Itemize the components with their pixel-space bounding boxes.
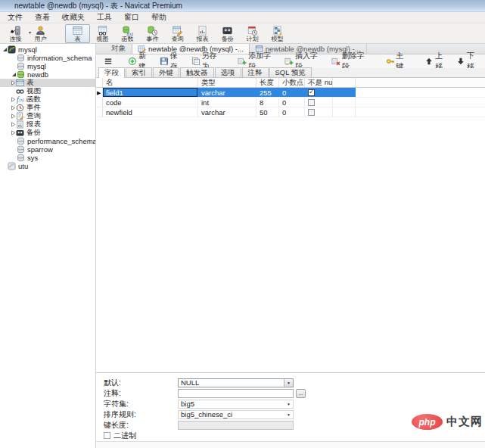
comment-input[interactable] — [178, 389, 294, 398]
sidebar-item-mysql[interactable]: mysql — [0, 45, 95, 54]
table-row-code[interactable]: codeint80 — [96, 98, 485, 107]
sidebar-item-视图[interactable]: 视图 — [0, 87, 95, 95]
binary-checkbox[interactable] — [104, 432, 110, 439]
toolbar-button-1[interactable]: 用户 — [28, 24, 53, 43]
cell-name[interactable]: field1 — [103, 88, 198, 97]
cell-length[interactable]: 50 — [256, 107, 279, 117]
menu-item-0[interactable]: 文件 — [2, 11, 29, 23]
toolbar-button-3[interactable]: 视图 — [90, 24, 115, 43]
menu-item-3[interactable]: 工具 — [91, 11, 118, 23]
designer-tab-bar: 字段索引外键触发器选项注释SQL 预览 — [96, 68, 485, 78]
cell-type[interactable]: varchar — [198, 88, 256, 97]
sidebar-item-备份[interactable]: 备份 — [0, 129, 95, 137]
sidebar-item-information_schema[interactable]: information_schema — [0, 54, 95, 62]
cell-length[interactable]: 8 — [256, 98, 279, 107]
not-null-checkbox[interactable] — [305, 107, 333, 117]
window-title: newtable @newdb (mysql) - 表 - Navicat Pr… — [14, 1, 182, 11]
tree-expanded-icon[interactable] — [11, 72, 17, 77]
sidebar-item-newdb[interactable]: newdb — [0, 70, 95, 79]
designer-menu-button[interactable] — [101, 56, 117, 67]
cell-extra — [333, 98, 356, 107]
title-bar: newtable @newdb (mysql) - 表 - Navicat Pr… — [0, 0, 485, 12]
toolbar-button-7[interactable]: 报表 — [190, 24, 215, 43]
toolbar-button-2[interactable]: 表 — [65, 24, 90, 43]
sidebar-item-函数[interactable]: f(x)函数 — [0, 95, 95, 104]
tree-expanded-icon[interactable] — [2, 47, 8, 52]
toolbar-button-6[interactable]: 查询 — [165, 24, 190, 43]
database-open-icon — [17, 70, 25, 79]
cell-decimals[interactable]: 0 — [279, 88, 305, 97]
tree-collapsed-icon[interactable] — [10, 130, 16, 135]
designer-button-删除字段[interactable]: 删除字段 — [328, 56, 375, 67]
menu-item-1[interactable]: 查看 — [29, 11, 56, 23]
toolbar-button-8[interactable]: 备份 — [215, 24, 240, 43]
checkbox-icon — [308, 109, 315, 116]
doc-tab-0[interactable]: 对象 — [105, 44, 132, 54]
cell-type[interactable]: int — [198, 98, 256, 107]
toolbar-button-10[interactable]: 模型 — [265, 24, 290, 43]
chevron-down-icon[interactable]: ▼ — [284, 379, 293, 387]
tree-collapsed-icon[interactable] — [10, 114, 16, 119]
backups-icon — [16, 129, 24, 137]
tab-字段[interactable]: 字段 — [98, 67, 125, 78]
tree-collapsed-icon[interactable] — [10, 122, 16, 127]
sidebar-item-事件[interactable]: 事件 — [0, 104, 95, 112]
sidebar-item-表[interactable]: 表 — [0, 79, 95, 87]
menu-item-2[interactable]: 收藏夹 — [56, 11, 91, 23]
not-null-checkbox[interactable]: ✓ — [305, 88, 333, 97]
designer-button-另存为[interactable]: 另存为 — [188, 56, 228, 67]
sidebar-item-utu[interactable]: utu — [0, 162, 95, 170]
menu-item-4[interactable]: 窗口 — [118, 11, 145, 23]
not-null-checkbox[interactable] — [305, 98, 333, 107]
table-row-field1[interactable]: ▶field1varchar2550✓ — [96, 88, 485, 98]
designer-button-插入字段[interactable]: 插入字段 — [281, 56, 328, 67]
tab-外键[interactable]: 外键 — [153, 67, 179, 77]
cell-name[interactable]: newfield — [103, 107, 198, 117]
toolbar-button-5[interactable]: 事件 — [140, 24, 165, 43]
toolbar-button-4[interactable]: f(x)函数 — [115, 24, 140, 43]
cell-decimals[interactable]: 0 — [279, 98, 305, 107]
designer-button-上移[interactable]: 上移 — [421, 56, 453, 67]
tab-索引[interactable]: 索引 — [126, 67, 152, 77]
column-header-3[interactable]: 小数点 — [279, 78, 305, 87]
designer-button-主键[interactable]: 主键 — [383, 56, 415, 67]
sidebar-item-label: mysql — [27, 62, 46, 70]
cell-decimals[interactable]: 0 — [279, 107, 305, 117]
sidebar-item-sparrow[interactable]: sparrow — [0, 145, 95, 154]
toolbar-button-0[interactable]: 连接▾ — [3, 24, 28, 43]
charset-combo[interactable]: big5 ▼ — [178, 400, 294, 409]
tab-选项[interactable]: 选项 — [215, 67, 241, 77]
cell-name[interactable]: code — [103, 98, 198, 107]
tab-触发器[interactable]: 触发器 — [180, 67, 214, 77]
column-header-4[interactable]: 不是 null — [305, 78, 333, 87]
views-icon — [16, 87, 24, 95]
cell-type[interactable]: varchar — [198, 107, 256, 117]
cell-length[interactable]: 255 — [256, 88, 279, 97]
sidebar-item-mysql[interactable]: mysql — [0, 62, 95, 70]
database-icon — [17, 154, 25, 162]
designer-button-保存[interactable]: 保存 — [157, 56, 188, 67]
comment-ellipsis-button[interactable]: ... — [296, 389, 306, 398]
designer-button-添加字段[interactable]: 添加字段 — [235, 56, 281, 67]
sidebar-item-报表[interactable]: 报表 — [0, 120, 95, 129]
collation-combo[interactable]: big5_chinese_ci ▼ — [178, 410, 294, 419]
tab-SQL 预览[interactable]: SQL 预览 — [269, 67, 312, 77]
queries-icon — [16, 112, 24, 120]
tree-collapsed-icon[interactable] — [10, 80, 16, 86]
sidebar-item-查询[interactable]: 查询 — [0, 112, 95, 120]
toolbar-button-9[interactable]: 计划 — [240, 24, 265, 43]
column-header-0[interactable]: 名 — [103, 78, 198, 87]
default-combo[interactable]: NULL ▼ — [178, 378, 294, 387]
menu-item-5[interactable]: 帮助 — [145, 11, 173, 23]
column-header-2[interactable]: 长度 — [256, 78, 279, 87]
column-header-1[interactable]: 类型 — [198, 78, 256, 87]
tree-collapsed-icon[interactable] — [10, 105, 16, 110]
tab-注释[interactable]: 注释 — [242, 67, 269, 77]
designer-button-新建[interactable]: 新建 — [125, 56, 157, 67]
tree-collapsed-icon[interactable] — [10, 97, 16, 102]
sidebar-item-sys[interactable]: sys — [0, 154, 95, 162]
sidebar-item-performance_schema[interactable]: performance_schema — [0, 137, 95, 145]
designer-button-下移[interactable]: 下移 — [453, 56, 485, 67]
menu-bar: 文件查看收藏夹工具窗口帮助 — [0, 12, 485, 23]
table-row-newfield[interactable]: newfieldvarchar500 — [96, 107, 485, 117]
